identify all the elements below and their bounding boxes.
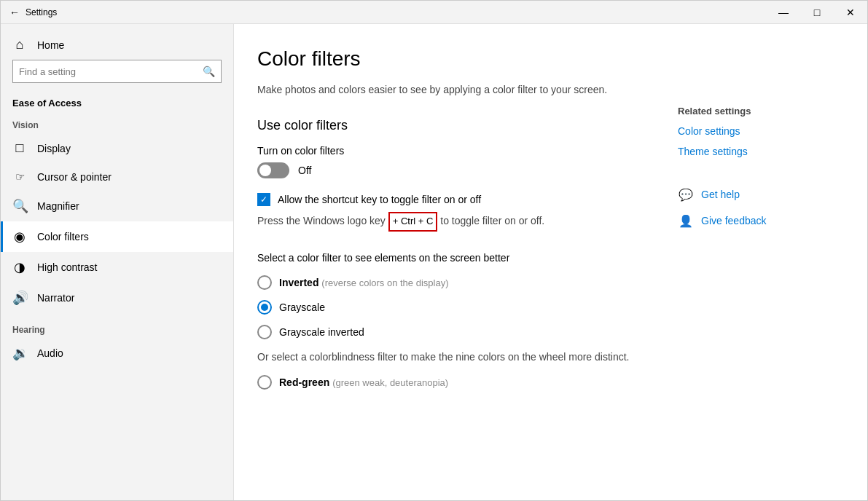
search-submit-button[interactable]: 🔍 <box>203 66 215 77</box>
radio-grayscale-inverted-label: Grayscale inverted <box>279 326 364 338</box>
shortcut-description: Press the Windows logo key + Ctrl + C to… <box>257 212 634 232</box>
sidebar-color-filters-label: Color filters <box>37 231 89 242</box>
search-box[interactable]: 🔍 <box>12 60 222 83</box>
related-settings-title: Related settings <box>678 106 838 117</box>
radio-inverted-circle[interactable] <box>257 275 272 290</box>
magnifier-icon: 🔍 <box>12 198 27 214</box>
radio-grayscale-label: Grayscale <box>279 301 325 313</box>
color-filters-icon: ◉ <box>12 229 27 245</box>
search-input[interactable] <box>19 66 203 77</box>
sidebar-audio-label: Audio <box>37 347 63 359</box>
shortcut-checkbox-label: Allow the shortcut key to toggle filter … <box>278 194 481 205</box>
sidebar-display-label: Display <box>37 143 71 154</box>
title-bar-controls: — □ ✕ <box>767 1 867 24</box>
minimize-button[interactable]: — <box>767 1 800 24</box>
filter-select-label: Select a color filter to see elements on… <box>257 252 634 264</box>
radio-inverted-label: Inverted (reverse colors on the display) <box>279 277 449 288</box>
title-bar-left: ← Settings <box>9 7 57 18</box>
toggle-label: Turn on color filters <box>257 145 634 157</box>
high-contrast-icon: ◑ <box>12 259 27 275</box>
radio-grayscale-inner <box>261 304 268 311</box>
home-icon: ⌂ <box>12 37 27 52</box>
give-feedback-link[interactable]: Give feedback <box>701 215 767 226</box>
shortcut-key-badge: + Ctrl + C <box>388 212 438 232</box>
title-bar: ← Settings — □ ✕ <box>1 1 867 24</box>
toggle-thumb <box>259 165 271 176</box>
sidebar-item-audio[interactable]: 🔉 Audio <box>1 338 233 368</box>
sidebar-cursor-label: Cursor & pointer <box>37 171 112 183</box>
sidebar: ⌂ Home 🔍 Ease of Access Vision □ Display… <box>1 24 234 500</box>
maximize-button[interactable]: □ <box>800 1 834 24</box>
radio-red-green-label: Red-green (green weak, deuteranopia) <box>279 376 448 388</box>
give-feedback-item[interactable]: 👤 Give feedback <box>678 213 838 229</box>
radio-red-green-circle[interactable] <box>257 375 272 390</box>
sidebar-item-cursor[interactable]: ☞ Cursor & pointer <box>1 163 233 191</box>
get-help-icon: 💬 <box>678 186 694 202</box>
help-section: 💬 Get help 👤 Give feedback <box>678 186 838 229</box>
color-filters-toggle[interactable] <box>257 162 289 178</box>
close-button[interactable]: ✕ <box>834 1 867 24</box>
radio-grayscale-inverted[interactable]: Grayscale inverted <box>257 325 634 339</box>
sidebar-magnifier-label: Magnifier <box>37 200 79 212</box>
sidebar-item-narrator[interactable]: 🔊 Narrator <box>1 283 233 313</box>
get-help-item[interactable]: 💬 Get help <box>678 186 838 202</box>
ease-of-access-title: Ease of Access <box>1 95 233 114</box>
radio-grayscale-inverted-circle[interactable] <box>257 325 272 339</box>
shortcut-checkbox[interactable]: ✓ <box>257 193 270 206</box>
main-left: Color filters Make photos and colors eas… <box>257 47 663 477</box>
sidebar-item-magnifier[interactable]: 🔍 Magnifier <box>1 191 233 221</box>
sidebar-home-label: Home <box>37 39 64 51</box>
radio-grayscale[interactable]: Grayscale <box>257 300 634 315</box>
sidebar-item-color-filters[interactable]: ◉ Color filters <box>1 221 233 252</box>
sidebar-item-high-contrast[interactable]: ◑ High contrast <box>1 252 233 283</box>
narrator-icon: 🔊 <box>12 290 27 306</box>
main-window: ← Settings — □ ✕ ⌂ Home 🔍 Ease of Access <box>0 0 868 501</box>
theme-settings-link[interactable]: Theme settings <box>678 146 838 157</box>
shortcut-text-after: to toggle filter on or off. <box>440 215 544 226</box>
use-color-filters-section-title: Use color filters <box>257 118 634 133</box>
display-icon: □ <box>12 141 27 156</box>
sidebar-narrator-label: Narrator <box>37 292 74 304</box>
shortcut-text-before: Press the Windows logo key <box>257 215 386 226</box>
checkbox-checkmark: ✓ <box>260 195 267 204</box>
main-content: Color filters Make photos and colors eas… <box>234 24 867 500</box>
shortcut-checkbox-row: ✓ Allow the shortcut key to toggle filte… <box>257 193 634 206</box>
sidebar-item-home[interactable]: ⌂ Home <box>1 30 233 60</box>
give-feedback-icon: 👤 <box>678 213 694 229</box>
radio-grayscale-circle[interactable] <box>257 300 272 315</box>
content-area: ⌂ Home 🔍 Ease of Access Vision □ Display… <box>1 24 867 500</box>
color-settings-link[interactable]: Color settings <box>678 125 838 137</box>
sidebar-high-contrast-label: High contrast <box>37 261 97 273</box>
page-description: Make photos and colors easier to see by … <box>257 82 634 98</box>
page-title: Color filters <box>257 47 634 71</box>
radio-inverted[interactable]: Inverted (reverse colors on the display) <box>257 275 634 290</box>
sidebar-item-display[interactable]: □ Display <box>1 133 233 163</box>
hearing-section-label: Hearing <box>1 319 233 338</box>
title-bar-title: Settings <box>26 7 57 17</box>
audio-icon: 🔉 <box>12 345 27 361</box>
toggle-state-label: Off <box>298 165 311 176</box>
toggle-row: Off <box>257 162 634 178</box>
vision-section-label: Vision <box>1 114 233 133</box>
right-panel: Related settings Color settings Theme se… <box>663 47 838 477</box>
cursor-icon: ☞ <box>12 170 27 184</box>
radio-red-green[interactable]: Red-green (green weak, deuteranopia) <box>257 375 634 390</box>
back-icon: ← <box>9 7 20 18</box>
get-help-link[interactable]: Get help <box>701 189 740 200</box>
colorblind-description: Or select a colorblindness filter to mak… <box>257 350 634 365</box>
